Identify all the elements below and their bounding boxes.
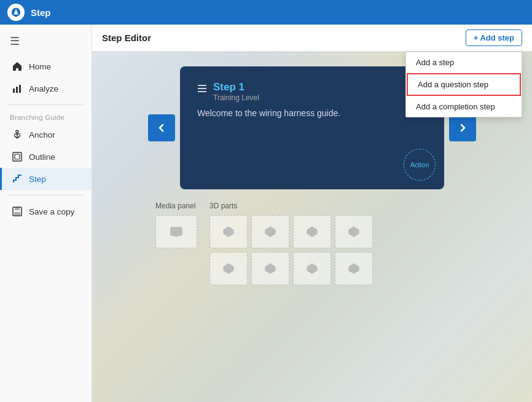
- panels-row: Media panel: [155, 202, 469, 285]
- sidebar-label-analyze: Analyze: [29, 84, 58, 93]
- dropdown-add-completion-step[interactable]: Add a completion step: [406, 97, 522, 117]
- step-title-block: Step 1 Training Level: [213, 81, 259, 102]
- dropdown-add-question-step[interactable]: Add a question step: [407, 73, 521, 96]
- sidebar: ☰ Home Analyze Branching Guide Anchor: [0, 25, 92, 402]
- sidebar-divider-1: [7, 104, 84, 105]
- svg-rect-8: [13, 152, 22, 161]
- 3d-part-cell[interactable]: [335, 215, 373, 248]
- 3d-parts-row-1: [209, 215, 373, 248]
- svg-rect-3: [16, 87, 18, 93]
- svg-point-5: [16, 130, 18, 133]
- 3d-parts-label: 3D parts: [209, 202, 373, 210]
- 3d-parts-grid: [209, 215, 373, 285]
- media-panel-grid: [155, 215, 197, 248]
- dropdown-add-step-label: Add a step: [416, 58, 454, 67]
- app-title: Step: [31, 7, 51, 18]
- outline-icon: [12, 151, 23, 162]
- step-card: Step 1 Training Level Welcome to the wir…: [180, 66, 444, 189]
- app-logo: [7, 4, 25, 21]
- sidebar-label-home: Home: [29, 62, 51, 71]
- media-panel-section: Media panel: [155, 202, 197, 285]
- action-label: Action: [410, 161, 429, 168]
- sidebar-label-step: Step: [29, 175, 46, 184]
- step-title: Step 1: [213, 81, 259, 93]
- step-body: Welcome to the wiring harness guide.: [197, 107, 427, 120]
- main-content: Step Editor + Add step Add a step Add a …: [92, 25, 532, 402]
- step-card-container: Step 1 Training Level Welcome to the wir…: [180, 66, 444, 189]
- sidebar-item-anchor[interactable]: Anchor: [0, 124, 92, 146]
- editor-header: Step Editor + Add step: [92, 25, 532, 52]
- home-icon: [12, 61, 23, 72]
- hamburger-icon[interactable]: ☰: [0, 30, 92, 53]
- dropdown-add-step[interactable]: Add a step: [406, 52, 522, 73]
- editor-title: Step Editor: [102, 33, 151, 43]
- sidebar-item-analyze[interactable]: Analyze: [0, 77, 92, 100]
- 3d-part-cell[interactable]: [209, 252, 248, 285]
- svg-rect-13: [198, 85, 206, 86]
- step-lines-icon: [197, 84, 207, 95]
- sidebar-label-outline: Outline: [29, 152, 55, 162]
- dropdown-add-completion-step-label: Add a completion step: [416, 102, 495, 111]
- 3d-part-cell[interactable]: [209, 215, 248, 248]
- 3d-part-cell[interactable]: [293, 252, 331, 285]
- 3d-part-cell[interactable]: [251, 215, 289, 248]
- 3d-parts-row-2: [209, 252, 373, 285]
- sidebar-item-home[interactable]: Home: [0, 55, 92, 77]
- media-panel-cell[interactable]: [155, 215, 197, 248]
- action-button[interactable]: Action: [404, 149, 436, 181]
- svg-rect-2: [13, 89, 15, 93]
- svg-rect-11: [15, 207, 20, 210]
- step-header: Step 1 Training Level: [197, 81, 427, 102]
- svg-rect-14: [198, 88, 206, 89]
- analyze-icon: [12, 83, 23, 94]
- add-step-button[interactable]: + Add step: [466, 30, 522, 46]
- add-step-label: + Add step: [474, 33, 514, 42]
- sidebar-divider-2: [7, 195, 84, 195]
- 3d-parts-section: 3D parts: [209, 202, 373, 285]
- svg-rect-4: [19, 85, 21, 93]
- 3d-part-cell[interactable]: [251, 252, 289, 285]
- anchor-icon: [12, 129, 23, 140]
- step-nav-next[interactable]: [449, 114, 476, 141]
- sidebar-item-save-copy[interactable]: Save a copy: [0, 200, 92, 223]
- sidebar-label-save-copy: Save a copy: [29, 207, 74, 216]
- sidebar-section-branching: Branching Guide: [0, 110, 92, 124]
- step-icon: [12, 173, 23, 184]
- svg-rect-15: [198, 91, 206, 92]
- save-icon: [12, 206, 23, 217]
- media-panel-label: Media panel: [155, 202, 197, 210]
- sidebar-item-step[interactable]: Step: [0, 168, 92, 190]
- svg-rect-12: [14, 212, 20, 215]
- sidebar-item-outline[interactable]: Outline: [0, 146, 92, 168]
- dropdown-add-question-step-label: Add a question step: [418, 80, 488, 89]
- step-subtitle: Training Level: [213, 93, 259, 102]
- topbar: Step: [0, 0, 532, 25]
- sidebar-label-anchor: Anchor: [29, 130, 55, 140]
- svg-rect-9: [15, 154, 20, 159]
- step-nav-prev[interactable]: [148, 114, 175, 141]
- 3d-part-cell[interactable]: [293, 215, 331, 248]
- 3d-part-cell[interactable]: [335, 252, 373, 285]
- dropdown-menu: Add a step Add a question step Add a com…: [405, 52, 522, 117]
